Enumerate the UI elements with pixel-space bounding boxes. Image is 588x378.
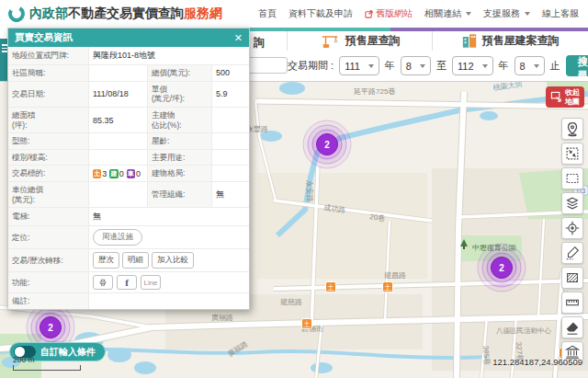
nav-links[interactable]: 相關連結 [424,7,471,20]
modal-header: 買賣交易資訊 ✕ [8,29,249,47]
measure-distance-button[interactable] [561,242,583,264]
zoom-extent-button[interactable] [561,143,583,165]
nav-home-label: 首頁 [258,7,277,20]
cluster-marker[interactable]: 2 [303,120,351,168]
field-value [212,133,249,149]
measure-area-icon [564,269,581,286]
nav-home[interactable]: 首頁 [258,7,277,20]
street-label: 龍慈路 [280,298,302,306]
table-row: 車位總價 (萬元): 管理組織: 無 [8,182,249,208]
collapse-map-button[interactable]: 收起 地圖 [546,86,584,108]
locate-icon [564,220,581,236]
ruler-icon [564,294,581,311]
table-row: 樓別/樓高: 主要用途: [8,150,249,166]
line-share-button[interactable]: Line [141,275,161,290]
year-unit-label2: 年 [499,59,509,73]
rect-select-button[interactable] [561,167,583,189]
field-value: 興隆段101-8地號 [89,47,249,64]
layers-button[interactable] [561,192,583,214]
street-label: 385巷 [481,346,491,366]
year-to-select[interactable]: 112 [452,56,493,75]
field-label: 屋齡: [148,133,212,149]
land-transaction-marker[interactable]: 土 [302,319,312,329]
tab-partial[interactable]: 詢 [254,35,265,51]
facebook-share-button[interactable]: f [117,275,137,290]
table-row: 電梯: 無 [8,208,249,226]
measure-area-button[interactable] [561,267,583,289]
year-unit-label: 年 [385,59,395,73]
nav-online-service[interactable]: 線上客服 [542,7,579,20]
land-transaction-marker[interactable]: 土 [383,282,393,292]
nearby-facilities-button[interactable]: 周邊設施 [93,229,142,246]
field-value [89,133,148,149]
transaction-info-modal: 買賣交易資訊 ✕ 地段位置或門牌: 興隆段101-8地號 社區簡稱: 總價(萬元… [7,28,250,310]
tab-presale-project-label: 預售屋建案查詢 [482,33,560,49]
field-value: 歷次 明細 加入比較 [89,249,249,271]
year-from-select[interactable]: 111 [339,56,379,75]
detail-button[interactable]: 明細 [122,252,149,269]
street-view-button[interactable] [561,118,583,140]
svg-text:土: 土 [384,283,391,292]
cluster-marker[interactable]: 2 [478,244,526,292]
site-header: 內政部 不動產交易實價查詢 服務網 首頁 資料下載及申請 舊版網站 相關連結 支… [0,0,588,28]
year-to-value: 112 [458,61,474,72]
nav-support[interactable]: 支援服務 [483,7,530,20]
street-label: 延平路725巷 [353,87,395,96]
chevron-down-icon [482,64,488,68]
field-label: 型態: [8,133,89,149]
scale-label: 200 m [13,355,35,364]
field-label: 功能: [8,272,89,292]
ruler-button[interactable] [561,292,583,314]
building-count: 0 [119,169,124,178]
month-to-select[interactable]: 8 [514,56,545,75]
field-label: 主要用途: [148,150,212,166]
nav-downloads[interactable]: 資料下載及申請 [288,7,353,20]
site-logo-title: 內政部 不動產交易實價查詢 服務網 [0,5,222,23]
to-label: 至 [436,59,447,73]
field-label: 地段位置或門牌: [8,47,89,64]
map-toolbar [561,118,583,363]
rect-select-icon [564,170,581,187]
year-from-value: 111 [345,61,360,72]
field-label: 交易日期: [8,82,89,107]
field-value: 5.9 [212,82,249,107]
field-label: 樓別/樓高: [8,150,89,166]
period-label: 交易期間 : [288,59,334,73]
table-row: 總面積 (坪): 85.35 主建物 佔比(%): [8,108,249,133]
chevron-down-icon [368,64,374,68]
tab-presale-project[interactable]: 預售屋建案查詢 [432,31,587,51]
nav-old-site[interactable]: 舊版網站 [365,7,413,20]
close-icon[interactable]: ✕ [234,32,243,44]
print-button[interactable] [93,275,113,290]
measure-distance-icon [564,245,581,261]
site-logo-icon [7,5,26,23]
eraser-button[interactable] [561,316,583,338]
field-value [212,108,249,132]
layers-icon [564,195,581,212]
search-button[interactable]: 搜尋 [566,55,588,76]
field-label: 電梯: [8,208,89,225]
add-to-compare-button[interactable]: 加入比較 [152,252,194,269]
cursor-coordinates: 121.284187,24.960509 [492,357,582,367]
table-row: 交易/歷次轉移: 歷次 明細 加入比較 [8,249,249,272]
table-row: 備註: [8,293,249,309]
month-to-value: 8 [520,61,526,72]
field-label: 交易標的: [8,166,89,181]
land-transaction-marker[interactable]: 土 [326,282,336,292]
street-label: 廣福路 [211,314,233,322]
month-from-value: 8 [406,61,412,72]
month-from-select[interactable]: 8 [401,56,431,75]
field-value: 111/08/18 [89,82,148,107]
tab-presale[interactable]: 預售屋查詢 [287,31,433,51]
app-root: 延平路725巷 桃園大圳 永豐路 永安路 成功路 20巷 龍昌路 龍慈路 廣福路… [0,0,588,378]
field-value: 無 [212,182,249,207]
table-row: 功能: f Line [8,272,249,293]
field-value [89,150,148,166]
locate-button[interactable] [561,217,583,239]
chevron-down-icon [534,64,539,68]
field-value [212,150,249,166]
table-row: 社區簡稱: 總價(萬元): 500 [8,65,249,82]
field-value: 85.35 [89,108,148,132]
field-label: 車位總價 (萬元): [8,182,89,207]
history-button[interactable]: 歷次 [93,252,119,269]
